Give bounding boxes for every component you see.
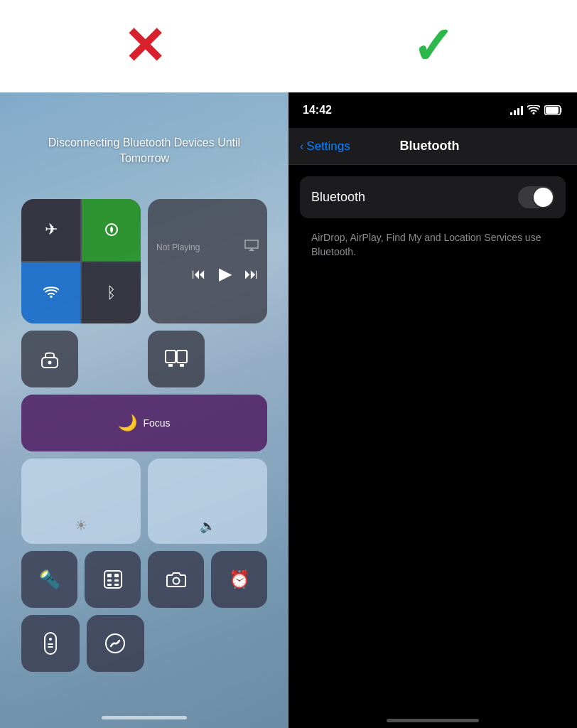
bluetooth-description: AirDrop, AirPlay, Find My and Location S…	[300, 224, 566, 270]
back-button[interactable]: ‹ Settings	[300, 139, 350, 154]
wifi-button[interactable]	[21, 262, 80, 324]
airplane-button[interactable]: ✈	[21, 199, 80, 261]
back-chevron-icon: ‹	[300, 140, 303, 153]
connectivity-tile[interactable]: ✈ ᛒ	[21, 199, 141, 323]
top-bar: ✕ ✓	[0, 0, 577, 92]
bluetooth-label: Bluetooth	[311, 190, 365, 205]
mirror-tile[interactable]	[148, 331, 205, 387]
svg-rect-5	[166, 350, 176, 363]
focus-tile[interactable]: 🌙 Focus	[21, 395, 267, 451]
svg-rect-15	[114, 584, 119, 586]
panels: Disconnecting Bluetooth Devices Until To…	[0, 92, 577, 728]
signal-bars-icon	[510, 105, 523, 115]
svg-point-22	[533, 112, 535, 114]
right-panel: 14:42	[288, 92, 577, 728]
nav-title: Bluetooth	[399, 139, 459, 154]
disconnect-banner: Disconnecting Bluetooth Devices Until To…	[45, 135, 244, 167]
svg-rect-12	[107, 579, 112, 582]
bottom-tiles-1: 🔦	[21, 551, 267, 608]
last-tiles	[21, 615, 267, 672]
bluetooth-row[interactable]: Bluetooth	[300, 176, 566, 218]
svg-rect-24	[546, 107, 559, 114]
media-tile[interactable]: Not Playing ⏮ ▶ ⏭	[148, 199, 267, 323]
alarm-tile[interactable]: ⏰	[211, 551, 267, 608]
bluetooth-section: Bluetooth	[300, 176, 566, 218]
svg-rect-9	[104, 571, 122, 588]
status-bar: 14:42	[288, 92, 577, 128]
svg-rect-6	[177, 350, 187, 363]
media-controls[interactable]: ⏮ ▶ ⏭	[192, 264, 259, 284]
wifi-icon	[527, 105, 540, 115]
home-indicator-left	[102, 716, 187, 719]
bluetooth-button[interactable]: ᛒ	[82, 262, 141, 324]
svg-point-1	[110, 228, 113, 231]
svg-rect-20	[48, 646, 53, 648]
svg-point-18	[49, 638, 52, 641]
svg-point-2	[50, 296, 52, 298]
flashlight-tile[interactable]: 🔦	[21, 551, 77, 608]
shazam-tile[interactable]	[87, 615, 145, 672]
volume-slider[interactable]: 🔈	[148, 459, 267, 544]
svg-rect-11	[114, 574, 119, 577]
media-header: Not Playing	[156, 239, 259, 255]
back-label[interactable]: Settings	[306, 139, 350, 154]
svg-rect-10	[107, 574, 112, 577]
rewind-button[interactable]: ⏮	[192, 266, 206, 282]
svg-rect-19	[48, 643, 53, 645]
home-indicator-right	[387, 719, 479, 722]
svg-point-4	[48, 361, 52, 365]
status-time: 14:42	[303, 104, 332, 117]
screenlock-tile[interactable]	[21, 331, 78, 387]
svg-rect-8	[180, 364, 184, 367]
bluetooth-toggle[interactable]	[518, 186, 554, 208]
svg-rect-7	[168, 364, 173, 367]
svg-point-16	[173, 578, 179, 584]
cc-grid: ✈ ᛒ	[21, 199, 267, 672]
sliders-row: ☀ 🔈	[21, 459, 267, 544]
svg-rect-14	[107, 584, 112, 586]
nav-bar: ‹ Settings Bluetooth	[288, 128, 577, 165]
check-mark: ✓	[411, 21, 454, 72]
calculator-tile[interactable]	[85, 551, 141, 608]
brightness-slider[interactable]: ☀	[21, 459, 141, 544]
airplay-icon[interactable]	[244, 239, 259, 255]
battery-icon	[544, 105, 563, 115]
camera-tile[interactable]	[148, 551, 204, 608]
status-icons	[510, 105, 563, 115]
toggle-knob	[534, 188, 553, 207]
focus-label: Focus	[143, 417, 170, 429]
remote-tile[interactable]	[21, 615, 80, 672]
not-playing-label: Not Playing	[156, 242, 200, 252]
cellular-button[interactable]	[82, 199, 141, 261]
play-button[interactable]: ▶	[219, 264, 232, 284]
spacer	[151, 615, 267, 672]
svg-rect-13	[114, 579, 119, 582]
settings-content: Bluetooth AirDrop, AirPlay, Find My and …	[288, 165, 577, 728]
wrong-mark: ✕	[123, 21, 166, 72]
left-panel: Disconnecting Bluetooth Devices Until To…	[0, 92, 288, 728]
forward-button[interactable]: ⏭	[244, 266, 259, 282]
